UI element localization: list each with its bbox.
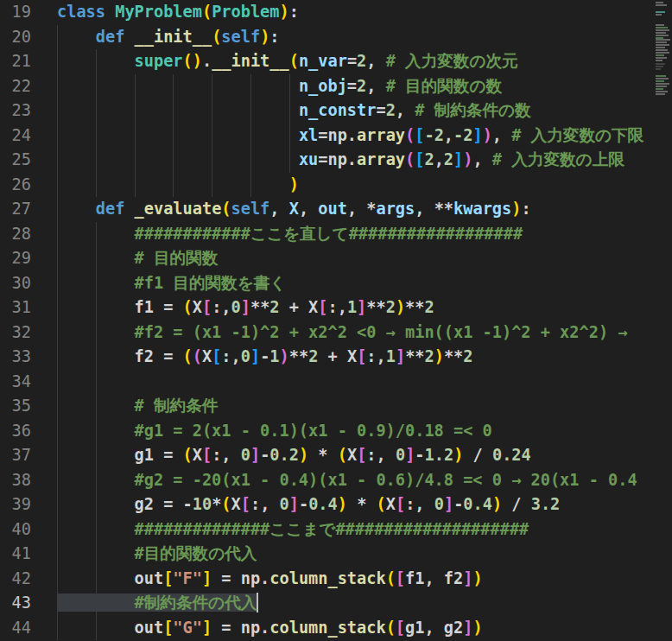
code-token: , ** [415,200,453,218]
minimap-mark [656,4,667,6]
code-token: ** [405,298,424,316]
code-line[interactable]: 41 #目的関数の代入 [0,542,672,567]
line-number[interactable]: 20 [0,25,31,50]
code-line[interactable]: 28 ############ここを直して################## [0,222,672,247]
code-line[interactable]: 37 g1 = (X[:, 0]-0.2) * (X[:, 0]-1.2) / … [0,443,672,468]
code-line[interactable]: 32 #f2 = (x1 -1)^2 + x2^2 <0 → min((x1 -… [0,320,672,346]
line-number[interactable]: 39 [0,492,31,517]
line-number[interactable]: 32 [0,320,31,346]
code-token: # 目的関数の数 [386,77,502,95]
code-line[interactable]: 33 f2 = ((X[:,0]-1)**2 + X[:,1]**2)**2 [0,345,672,370]
code-token: - [299,495,308,513]
line-number[interactable]: 26 [0,173,31,198]
line-number[interactable]: 34 [0,370,31,395]
code-line[interactable]: 34 [0,370,672,395]
line-number[interactable]: 24 [0,124,31,149]
code-token: xl [299,126,318,144]
code-line[interactable]: 42 out["F"] = np.column_stack([f1, f2]) [0,567,672,592]
code-token: 0 [241,446,250,464]
code-line[interactable]: 26 ) [0,173,672,198]
line-number[interactable]: 29 [0,246,31,271]
line-number[interactable]: 43 [0,591,31,616]
line-number[interactable]: 22 [0,74,31,99]
code-token: ** [405,347,424,365]
code-line[interactable]: 44 out["G"] = np.column_stack([g1, g2]) [0,616,672,641]
line-number[interactable]: 28 [0,222,31,247]
code-token: () [183,52,202,70]
code-line[interactable]: 38 #g2 = -20(x1 - 0.4)(x1 - 0.6)/4.8 =< … [0,468,672,493]
code-line[interactable]: 22 n_obj=2, # 目的関数の数 [0,74,672,99]
line-number[interactable]: 30 [0,271,31,296]
code-line-content [57,370,672,395]
code-area[interactable]: 19class MyProblem(Problem):20 def __init… [0,0,672,640]
code-token: ) [472,619,482,637]
code-line[interactable]: 20 def __init__(self): [0,25,672,50]
code-token: ) [453,446,463,464]
code-token: , [444,126,453,144]
code-line[interactable]: 36 #g1 = 2(x1 - 0.1)(x1 - 0.9)/0.18 =< 0 [0,419,672,444]
code-token: __init__ [212,52,289,70]
code-token: :, [405,495,434,513]
code-token: # 制約条件 [135,397,219,415]
line-number[interactable]: 23 [0,98,31,124]
line-number[interactable]: 42 [0,567,31,592]
code-token: out [57,569,163,587]
code-line[interactable]: 24 xl=np.array([-2,-2]), # 入力変数の下限 [0,124,672,149]
code-token: [ [163,619,173,637]
code-token: column_stack [269,619,385,637]
code-line[interactable]: 43 #制約条件の代入 [0,591,672,616]
line-number[interactable]: 25 [0,148,31,173]
code-line[interactable]: 29 # 目的関数 [0,246,672,271]
code-token [124,200,134,218]
code-line[interactable]: 21 super().__init__(n_var=2, # 入力変数の次元 [0,49,672,74]
code-line[interactable]: 39 g2 = -10*(X[:, 0]-0.4) * (X[:, 0]-0.4… [0,492,672,517]
code-token: f1, f2 [405,569,463,587]
minimap-mark [656,68,661,70]
minimap[interactable] [654,0,672,641]
line-number[interactable]: 37 [0,443,31,468]
code-line[interactable]: 31 f1 = (X[:,0]**2 + X[:,1]**2)**2 [0,295,672,320]
code-token: ( [386,619,396,637]
code-token: # 制約条件の数 [415,101,530,119]
code-line[interactable]: 27 def _evaluate(self, X, out, *args, **… [0,197,672,222]
code-line[interactable]: 35 # 制約条件 [0,394,672,419]
code-line[interactable]: 40 ##############ここまで###################… [0,517,672,543]
code-token: 1.2 [425,446,454,464]
code-token: + X [280,298,319,316]
code-token: n_constr [299,101,377,119]
code-token [57,323,135,341]
code-line[interactable]: 30 #f1 目的関数を書く [0,271,672,296]
line-number[interactable]: 21 [0,49,31,74]
code-token: ( [338,446,347,464]
code-token: 2 [386,298,396,316]
code-line[interactable]: 23 n_constr=2, # 制約条件の数 [0,98,672,124]
code-token: X [347,446,357,464]
code-line[interactable]: 19class MyProblem(Problem): [0,0,672,25]
code-token: = [347,52,357,70]
line-number[interactable]: 36 [0,419,31,444]
line-number[interactable]: 19 [0,0,31,25]
minimap-mark [656,27,668,29]
code-token: - [260,446,269,464]
line-number[interactable]: 38 [0,468,31,493]
code-token: def [96,28,125,46]
line-number[interactable]: 44 [0,616,31,641]
line-number[interactable]: 31 [0,295,31,320]
code-line[interactable]: 25 xu=np.array([2,2]), # 入力変数の上限 [0,148,672,173]
code-token: ** [366,298,385,316]
line-number[interactable]: 33 [0,345,31,370]
code-token: array [357,126,405,144]
code-token: out [57,619,163,637]
code-token: 2 [424,150,434,168]
indent-guide [96,370,97,395]
line-number[interactable]: 40 [0,517,31,543]
line-number[interactable]: 35 [0,394,31,419]
line-number[interactable]: 41 [0,542,31,567]
code-token: #g1 = 2(x1 - 0.1)(x1 - 0.9)/0.18 =< 0 [135,422,492,440]
code-token: - [453,495,463,513]
code-token: * [347,495,377,513]
code-token: =np. [318,126,357,144]
minimap-mark [656,86,667,87]
code-token: - [415,446,424,464]
line-number[interactable]: 27 [0,197,31,222]
